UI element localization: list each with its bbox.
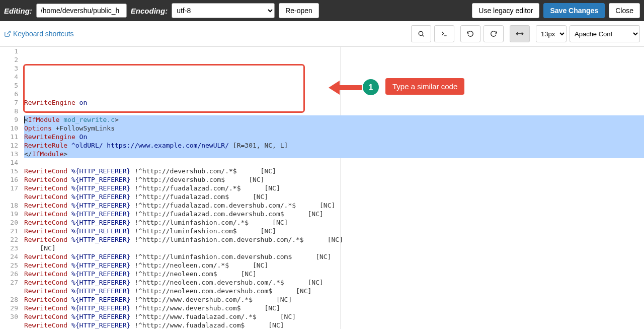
- line-number: 19: [0, 210, 18, 218]
- line-number: 3: [0, 64, 18, 73]
- line-number: 4: [0, 73, 18, 81]
- undo-button[interactable]: [460, 25, 480, 42]
- line-number: 16: [0, 175, 18, 184]
- code-line[interactable]: RewriteCond %{HTTP_REFERER} !^http://www…: [24, 304, 644, 312]
- line-number: 10: [0, 124, 18, 133]
- code-line[interactable]: <IfModule mod_rewrite.c>: [24, 115, 644, 124]
- code-line[interactable]: RewriteRule ^oldURL/ https://www.example…: [24, 141, 644, 150]
- undo-icon: [467, 30, 474, 37]
- code-line[interactable]: RewriteCond %{HTTP_REFERER} !^http://dev…: [24, 175, 644, 184]
- line-number: 26: [0, 270, 18, 278]
- line-number: 15: [0, 167, 18, 175]
- code-line[interactable]: RewriteEngine On: [24, 133, 644, 141]
- line-number: 24: [0, 252, 18, 261]
- code-line[interactable]: Options +FollowSymLinks: [24, 124, 644, 133]
- line-number: 13: [0, 150, 18, 158]
- keyboard-shortcuts-link[interactable]: Keyboard shortcuts: [4, 30, 74, 38]
- external-link-icon: [4, 30, 11, 37]
- line-number: 17: [0, 184, 18, 192]
- code-line[interactable]: RewriteCond %{HTTP_REFERER} !^http://lum…: [24, 218, 644, 227]
- reopen-button[interactable]: Re-open: [279, 3, 319, 18]
- code-line[interactable]: RewriteCond %{HTTP_REFERER} !^http://www…: [24, 295, 644, 304]
- code-line[interactable]: RewriteCond %{HTTP_REFERER} !^http://neo…: [24, 278, 644, 287]
- toolbar: Keyboard shortcuts 13px Apache Conf: [0, 21, 644, 47]
- arrow-icon: [329, 79, 364, 97]
- code-line[interactable]: RewriteCond %{HTTP_REFERER} !^http://fua…: [24, 192, 644, 201]
- code-line[interactable]: RewriteCond %{HTTP_REFERER} !^http://neo…: [24, 287, 644, 295]
- terminal-icon: [440, 30, 448, 37]
- code-line-wrap[interactable]: [NC]: [24, 244, 644, 252]
- code-line[interactable]: RewriteCond %{HTTP_REFERER} !^http://fua…: [24, 201, 644, 210]
- code-line[interactable]: RewriteCond %{HTTP_REFERER} !^http://lum…: [24, 235, 644, 244]
- line-number: 8: [0, 107, 18, 115]
- line-number: 14: [0, 158, 18, 167]
- svg-line-2: [422, 35, 424, 36]
- path-input[interactable]: [36, 4, 127, 18]
- terminal-button[interactable]: [434, 25, 454, 42]
- editor[interactable]: 1234567891011121314151617181920212223242…: [0, 47, 644, 329]
- code-line[interactable]: RewriteCond %{HTTP_REFERER} !^http://www…: [24, 321, 644, 329]
- svg-point-1: [419, 31, 423, 35]
- line-number: 20: [0, 218, 18, 227]
- editing-label: Editing:: [4, 7, 32, 15]
- redo-icon: [490, 30, 497, 37]
- wrap-button[interactable]: [510, 25, 530, 42]
- line-number: 9: [0, 115, 18, 124]
- save-button[interactable]: Save Changes: [543, 3, 605, 18]
- syntax-select[interactable]: Apache Conf: [570, 25, 640, 42]
- line-number: 25: [0, 261, 18, 270]
- line-number: 28: [0, 295, 18, 304]
- line-number: 12: [0, 141, 18, 150]
- encoding-label: Encoding:: [131, 7, 168, 15]
- code-line[interactable]: RewriteCond %{HTTP_REFERER} !^http://dev…: [24, 167, 644, 175]
- code-line[interactable]: </IfModule>: [24, 150, 644, 158]
- code-line[interactable]: RewriteEngine on: [24, 98, 644, 107]
- line-number: 22: [0, 235, 18, 244]
- line-number: 1: [0, 47, 18, 55]
- legacy-button[interactable]: Use legacy editor: [472, 3, 539, 18]
- line-number: 29: [0, 304, 18, 312]
- code-line[interactable]: RewriteCond %{HTTP_REFERER} !^http://lum…: [24, 252, 644, 261]
- line-number: 11: [0, 133, 18, 141]
- code-line[interactable]: RewriteCond %{HTTP_REFERER} !^http://fua…: [24, 184, 644, 192]
- search-icon: [418, 30, 425, 37]
- callout-label: Type a similar code: [385, 78, 464, 95]
- svg-line-0: [7, 31, 10, 34]
- search-button[interactable]: [411, 25, 431, 42]
- line-number: 27: [0, 278, 18, 287]
- line-number: 7: [0, 98, 18, 107]
- code-line[interactable]: [24, 158, 644, 167]
- fontsize-select[interactable]: 13px: [536, 25, 567, 42]
- close-button[interactable]: Close: [609, 3, 640, 18]
- code-line[interactable]: RewriteCond %{HTTP_REFERER} !^http://neo…: [24, 270, 644, 278]
- code-line[interactable]: RewriteCond %{HTTP_REFERER} !^http://lum…: [24, 227, 644, 235]
- redo-button[interactable]: [484, 25, 504, 42]
- wrap-icon: [516, 31, 524, 37]
- topbar: Editing: Encoding: utf-8 Re-open Use leg…: [0, 0, 644, 21]
- code-line[interactable]: [24, 107, 644, 115]
- step-badge: 1: [362, 78, 380, 96]
- line-number: 6: [0, 90, 18, 98]
- line-number: 18: [0, 201, 18, 210]
- line-number: 23: [0, 244, 18, 252]
- svg-marker-6: [329, 81, 340, 95]
- line-number: 2: [0, 55, 18, 64]
- line-number: 21: [0, 227, 18, 235]
- gutter: 1234567891011121314151617181920212223242…: [0, 47, 24, 329]
- encoding-select[interactable]: utf-8: [172, 3, 275, 18]
- code-line[interactable]: RewriteCond %{HTTP_REFERER} !^http://www…: [24, 312, 644, 321]
- code-area[interactable]: 1 Type a similar code RewriteEngine on<I…: [24, 47, 644, 329]
- line-number: 5: [0, 81, 18, 90]
- code-line[interactable]: RewriteCond %{HTTP_REFERER} !^http://neo…: [24, 261, 644, 270]
- code-line[interactable]: RewriteCond %{HTTP_REFERER} !^http://fua…: [24, 210, 644, 218]
- line-number: 30: [0, 312, 18, 321]
